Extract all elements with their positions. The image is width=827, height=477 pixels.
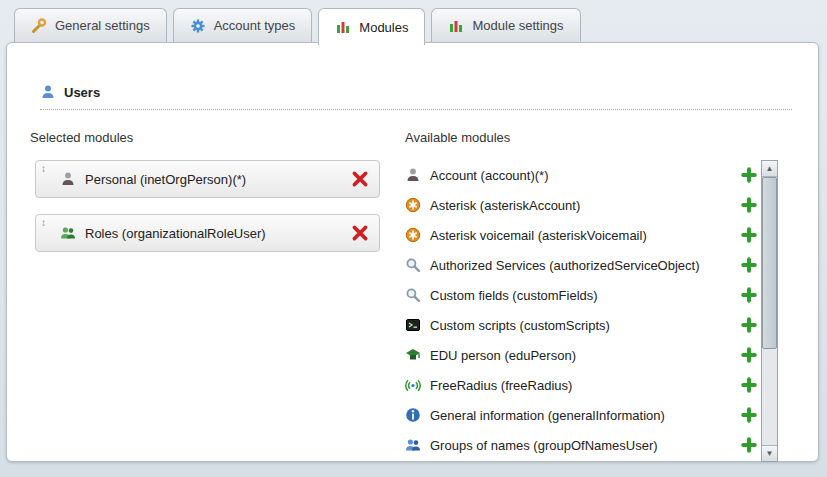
selected-module-roles: ↕ Roles (organizationalRoleUser) <box>35 214 380 252</box>
add-icon[interactable] <box>741 437 757 453</box>
selected-module-label: Roles (organizationalRoleUser) <box>85 226 342 241</box>
tab-module-settings[interactable]: Module settings <box>431 8 580 42</box>
scrollbar-thumb[interactable] <box>762 177 777 349</box>
tab-label: Module settings <box>472 18 563 33</box>
available-module-edu-person: EDU person (eduPerson) <box>405 340 757 370</box>
available-modules-list: Account (account)(*) Asterisk (asteriskA… <box>405 160 757 460</box>
scroll-down-icon[interactable]: ▼ <box>762 445 777 461</box>
asterisk-icon <box>405 197 421 213</box>
group-icon <box>405 437 421 453</box>
radio-waves-icon <box>405 377 421 393</box>
available-module-freeradius: FreeRadius (freeRadius) <box>405 370 757 400</box>
available-module-asterisk-voicemail: Asterisk voicemail (asteriskVoicemail) <box>405 220 757 250</box>
module-settings-icon <box>448 18 464 34</box>
available-module-groups-of-names: Groups of names (groupOfNamesUser) <box>405 430 757 460</box>
available-module-label: Custom scripts (customScripts) <box>430 318 732 333</box>
add-icon[interactable] <box>741 197 757 213</box>
gear-icon <box>190 18 206 34</box>
available-module-custom-fields: Custom fields (customFields) <box>405 280 757 310</box>
terminal-icon <box>405 317 421 333</box>
roles-icon <box>60 225 76 241</box>
available-module-label: Asterisk (asteriskAccount) <box>430 198 732 213</box>
tab-account-types[interactable]: Account types <box>173 8 313 42</box>
tab-modules[interactable]: Modules <box>318 8 425 45</box>
selected-modules-list: ↕ Personal (inetOrgPerson)(*) ↕ Roles (o… <box>35 160 380 268</box>
add-icon[interactable] <box>741 257 757 273</box>
tab-general-settings[interactable]: General settings <box>14 8 167 42</box>
add-icon[interactable] <box>741 347 757 363</box>
wrench-icon <box>31 18 47 34</box>
modules-icon <box>335 19 351 35</box>
graduation-icon <box>405 347 421 363</box>
delete-icon[interactable] <box>351 224 369 242</box>
available-module-label: EDU person (eduPerson) <box>430 348 732 363</box>
available-modules-heading: Available modules <box>405 130 510 145</box>
asterisk-voicemail-icon <box>405 227 421 243</box>
available-module-label: Custom fields (customFields) <box>430 288 732 303</box>
add-icon[interactable] <box>741 407 757 423</box>
add-icon[interactable] <box>741 287 757 303</box>
available-module-account: Account (account)(*) <box>405 160 757 190</box>
add-icon[interactable] <box>741 317 757 333</box>
add-icon[interactable] <box>741 167 757 183</box>
available-modules-scrollbar: ▲ ▼ <box>761 160 778 462</box>
drag-handle-icon[interactable]: ↕ <box>41 218 46 228</box>
personal-icon <box>60 171 76 187</box>
section-title: Users <box>64 85 100 100</box>
available-module-asterisk: Asterisk (asteriskAccount) <box>405 190 757 220</box>
selected-modules-heading: Selected modules <box>30 130 133 145</box>
scrollbar-track[interactable] <box>762 177 777 445</box>
tab-bar: General settings Account types Modules M… <box>14 8 581 45</box>
delete-icon[interactable] <box>351 170 369 188</box>
available-module-authorized-services: Authorized Services (authorizedServiceOb… <box>405 250 757 280</box>
available-module-label: General information (generalInformation) <box>430 408 732 423</box>
magnifier-icon <box>405 287 421 303</box>
drag-handle-icon[interactable]: ↕ <box>41 164 46 174</box>
magnifier-icon <box>405 257 421 273</box>
account-icon <box>405 167 421 183</box>
available-module-label: Authorized Services (authorizedServiceOb… <box>430 258 732 273</box>
selected-module-personal: ↕ Personal (inetOrgPerson)(*) <box>35 160 380 198</box>
user-icon <box>40 84 56 100</box>
add-icon[interactable] <box>741 377 757 393</box>
section-heading-users: Users <box>40 84 792 110</box>
available-module-custom-scripts: Custom scripts (customScripts) <box>405 310 757 340</box>
tab-label: General settings <box>55 18 150 33</box>
tab-label: Account types <box>214 18 296 33</box>
info-icon <box>405 407 421 423</box>
available-module-label: FreeRadius (freeRadius) <box>430 378 732 393</box>
available-module-general-information: General information (generalInformation) <box>405 400 757 430</box>
selected-module-label: Personal (inetOrgPerson)(*) <box>85 172 342 187</box>
available-module-label: Groups of names (groupOfNamesUser) <box>430 438 732 453</box>
add-icon[interactable] <box>741 227 757 243</box>
scroll-up-icon[interactable]: ▲ <box>762 161 777 177</box>
available-module-label: Asterisk voicemail (asteriskVoicemail) <box>430 228 732 243</box>
available-module-label: Account (account)(*) <box>430 168 732 183</box>
tab-label: Modules <box>359 20 408 35</box>
